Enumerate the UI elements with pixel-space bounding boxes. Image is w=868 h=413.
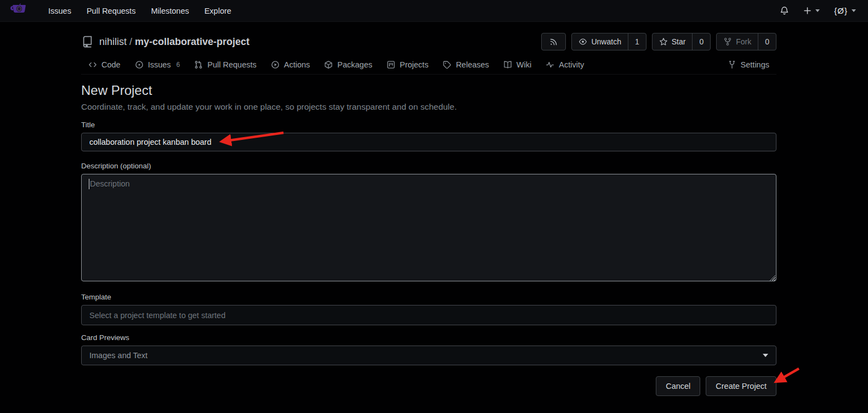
- fork-count[interactable]: 0: [758, 33, 776, 50]
- description-label: Description (optional): [81, 161, 776, 171]
- git-pull-request-icon: [194, 60, 203, 69]
- tab-activity-label: Activity: [559, 60, 584, 69]
- title-label: Title: [81, 120, 776, 129]
- repo-separator: /: [127, 36, 135, 47]
- nav-item-issues[interactable]: Issues: [41, 0, 79, 22]
- tab-code[interactable]: Code: [81, 55, 128, 75]
- rss-button[interactable]: [542, 33, 565, 50]
- repo-actions: Unwatch 1 Star 0: [541, 33, 776, 50]
- gitea-logo-icon[interactable]: [9, 3, 29, 19]
- text-cursor: [89, 179, 89, 189]
- rss-button-group: [541, 33, 566, 50]
- star-count[interactable]: 0: [692, 33, 710, 50]
- tab-settings[interactable]: Settings: [721, 55, 776, 75]
- card-previews-select[interactable]: Images and Text: [81, 346, 776, 365]
- issue-opened-icon: [135, 60, 144, 69]
- nav-item-explore[interactable]: Explore: [197, 0, 239, 22]
- description-field-wrap: [81, 171, 776, 284]
- create-project-button[interactable]: Create Project: [706, 376, 776, 396]
- rss-icon: [549, 38, 558, 46]
- tab-pull-requests-label: Pull Requests: [207, 60, 256, 69]
- form-actions: Cancel Create Project: [81, 376, 776, 396]
- title-input[interactable]: [81, 133, 776, 151]
- code-icon: [88, 60, 97, 69]
- star-button-group: Star 0: [652, 33, 711, 50]
- repo-name-link[interactable]: my-collaborative-project: [135, 36, 249, 47]
- template-input[interactable]: [81, 305, 776, 325]
- cancel-button[interactable]: Cancel: [656, 376, 700, 396]
- watch-count[interactable]: 1: [628, 33, 646, 50]
- chevron-down-icon: [852, 9, 856, 12]
- tab-pull-requests[interactable]: Pull Requests: [187, 55, 263, 75]
- star-button[interactable]: Star: [653, 33, 693, 50]
- fork-button[interactable]: Fork: [717, 33, 758, 50]
- play-circle-icon: [271, 60, 280, 69]
- unwatch-button[interactable]: Unwatch: [572, 33, 627, 50]
- page-title: New Project: [81, 82, 776, 99]
- tab-actions[interactable]: Actions: [264, 55, 317, 75]
- nav-item-milestones[interactable]: Milestones: [143, 0, 196, 22]
- repo-title: nihilist/my-collaborative-project: [99, 36, 249, 48]
- top-navbar: Issues Pull Requests Milestones Explore …: [0, 0, 868, 22]
- card-previews-value: Images and Text: [89, 351, 763, 360]
- repo-header: nihilist/my-collaborative-project: [81, 31, 776, 53]
- user-avatar: {Ø}: [834, 6, 848, 15]
- card-previews-label: Card Previews: [81, 333, 776, 342]
- star-label: Star: [672, 37, 686, 46]
- book-icon: [503, 60, 512, 69]
- chevron-down-icon: [815, 9, 820, 12]
- new-project-form: Title Description (optional) Template Ca…: [81, 120, 776, 396]
- tab-projects-label: Projects: [400, 60, 428, 69]
- nav-item-pull-requests[interactable]: Pull Requests: [79, 0, 143, 22]
- tab-packages[interactable]: Packages: [317, 55, 379, 75]
- tab-releases-label: Releases: [456, 60, 489, 69]
- tab-wiki-label: Wiki: [517, 60, 531, 69]
- tab-projects[interactable]: Projects: [379, 55, 435, 75]
- tab-issues[interactable]: Issues 6: [128, 55, 188, 75]
- template-label: Template: [81, 292, 776, 302]
- tab-actions-label: Actions: [284, 60, 310, 69]
- pulse-icon: [546, 60, 554, 69]
- tab-releases[interactable]: Releases: [435, 55, 496, 75]
- tab-issues-label: Issues: [148, 60, 171, 69]
- navbar-right: {Ø}: [780, 6, 859, 15]
- description-textarea[interactable]: [81, 174, 776, 281]
- fork-button-group: Fork 0: [716, 33, 776, 50]
- settings-tools-icon: [728, 60, 736, 69]
- git-fork-icon: [723, 37, 732, 46]
- tab-wiki[interactable]: Wiki: [496, 55, 538, 75]
- tab-activity[interactable]: Activity: [538, 55, 591, 75]
- chevron-down-icon: [763, 354, 768, 357]
- create-new-dropdown[interactable]: [803, 7, 820, 15]
- repo-owner-link[interactable]: nihilist: [99, 36, 127, 47]
- notifications-bell-icon[interactable]: [780, 6, 789, 15]
- package-icon: [324, 60, 333, 69]
- eye-icon: [578, 37, 587, 46]
- watch-button-group: Unwatch 1: [571, 33, 646, 50]
- tab-settings-label: Settings: [741, 60, 769, 69]
- issues-count-badge: 6: [177, 61, 180, 69]
- page-subtitle: Coordinate, track, and update your work …: [81, 101, 776, 112]
- tag-icon: [442, 60, 451, 69]
- project-board-icon: [387, 60, 395, 69]
- tab-packages-label: Packages: [337, 60, 372, 69]
- repo-tab-bar: Code Issues 6 Pull Requests: [81, 55, 776, 75]
- repo-book-icon: [81, 36, 94, 48]
- plus-icon: [803, 7, 812, 15]
- unwatch-label: Unwatch: [591, 37, 621, 46]
- user-menu-dropdown[interactable]: {Ø}: [834, 6, 856, 15]
- tab-code-label: Code: [101, 60, 121, 69]
- fork-label: Fork: [736, 37, 751, 46]
- star-icon: [659, 37, 668, 46]
